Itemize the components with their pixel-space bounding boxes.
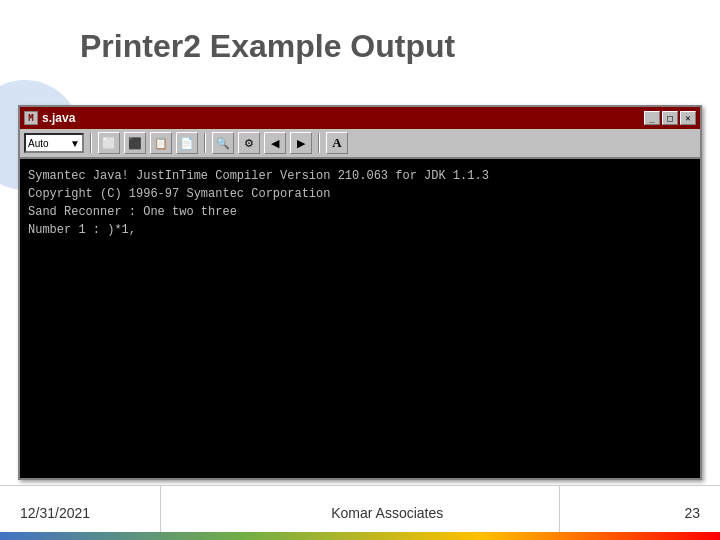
close-button[interactable]: ✕ — [680, 111, 696, 125]
maximize-button[interactable]: □ — [662, 111, 678, 125]
footer-page-number: 23 — [684, 505, 700, 521]
title-bar: M s.java _ □ ✕ — [20, 107, 700, 129]
title-bar-left: M s.java — [24, 111, 75, 125]
slide: Printer2 Example Output M s.java _ □ ✕ A… — [0, 0, 720, 540]
terminal-line-5: Number 1 : )*1, — [28, 221, 692, 239]
font-button[interactable]: A — [326, 132, 348, 154]
terminal-output: Symantec Java! JustInTime Compiler Versi… — [20, 159, 700, 478]
toolbar-btn-2[interactable]: ⬛ — [124, 132, 146, 154]
toolbar-btn-8[interactable]: ▶ — [290, 132, 312, 154]
footer: 12/31/2021 Komar Associates 23 — [0, 485, 720, 540]
window-title: s.java — [42, 111, 75, 125]
footer-date: 12/31/2021 — [20, 505, 90, 521]
app-window: M s.java _ □ ✕ Auto ▼ ⬜ ⬛ 📋 📄 🔍 ⚙ — [18, 105, 702, 480]
terminal-line-4: Sand Reconner : One two three — [28, 203, 692, 221]
minimize-button[interactable]: _ — [644, 111, 660, 125]
slide-title: Printer2 Example Output — [80, 28, 455, 65]
toolbar-btn-5[interactable]: 🔍 — [212, 132, 234, 154]
footer-color-bar — [0, 532, 720, 540]
terminal-line-2: Copyright (C) 1996-97 Symantec Corporati… — [28, 185, 692, 203]
app-icon: M — [24, 111, 38, 125]
toolbar: Auto ▼ ⬜ ⬛ 📋 📄 🔍 ⚙ ◀ ▶ A — [20, 129, 700, 159]
toolbar-btn-4[interactable]: 📄 — [176, 132, 198, 154]
toolbar-btn-3[interactable]: 📋 — [150, 132, 172, 154]
dropdown-arrow-icon: ▼ — [70, 138, 80, 149]
title-bar-controls: _ □ ✕ — [644, 111, 696, 125]
toolbar-btn-1[interactable]: ⬜ — [98, 132, 120, 154]
toolbar-btn-7[interactable]: ◀ — [264, 132, 286, 154]
toolbar-btn-6[interactable]: ⚙ — [238, 132, 260, 154]
terminal-line-1: Symantec Java! JustInTime Compiler Versi… — [28, 167, 692, 185]
toolbar-separator-2 — [204, 133, 206, 153]
footer-company: Komar Associates — [331, 505, 443, 521]
toolbar-separator-1 — [90, 133, 92, 153]
auto-dropdown[interactable]: Auto ▼ — [24, 133, 84, 153]
toolbar-separator-3 — [318, 133, 320, 153]
dropdown-label: Auto — [28, 138, 49, 149]
